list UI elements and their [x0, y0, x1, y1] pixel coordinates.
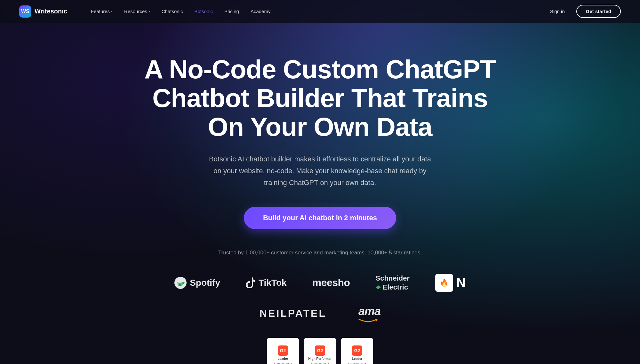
nav-resources[interactable]: Resources ▾ — [120, 6, 155, 17]
meesho-text: meesho — [312, 277, 350, 289]
nav-chatsonic[interactable]: Chatsonic — [157, 6, 188, 17]
g2-season-2: Summer 2023 — [311, 362, 329, 364]
amazon-logo: ama — [358, 305, 380, 322]
schneider-name: Schneider — [376, 274, 410, 283]
spotify-logo: Spotify — [174, 277, 220, 289]
hero-section: A No-Code Custom ChatGPT Chatbot Builder… — [0, 23, 640, 364]
tiktok-name: TikTok — [259, 278, 287, 288]
get-started-button[interactable]: Get started — [576, 5, 621, 18]
logo-initials: WS — [21, 9, 29, 14]
g2-badge-3: G2 Leader Summer 2023 — [341, 338, 373, 364]
spotify-icon — [174, 277, 187, 289]
g2-badge-2: G2 High Performer Summer 2023 — [304, 338, 336, 364]
amazon-smile-icon — [358, 318, 378, 322]
tiktok-logo: TikTok — [246, 277, 287, 288]
logo-icon: WS — [19, 5, 31, 18]
brand-logos-row1: Spotify TikTok meesho Schneider Electric — [96, 274, 544, 292]
chevron-down-icon: ▾ — [111, 10, 113, 13]
nav-pricing[interactable]: Pricing — [220, 6, 244, 17]
n-logo-box: 🔥 — [435, 274, 453, 292]
navbar: WS Writesonic Features ▾ Resources ▾ Cha… — [0, 0, 640, 23]
schneider-electric: Electric — [383, 283, 408, 291]
meesho-logo: meesho — [312, 277, 350, 289]
signin-button[interactable]: Sign in — [545, 6, 570, 17]
spotify-name: Spotify — [190, 278, 220, 288]
tiktok-icon — [246, 277, 255, 288]
n-brand-group: 🔥 N — [435, 274, 466, 292]
g2-label-3: Leader — [352, 357, 363, 361]
chevron-down-icon: ▾ — [148, 10, 150, 13]
nav-academy[interactable]: Academy — [246, 6, 275, 17]
logo-text: Writesonic — [35, 8, 67, 15]
nav-features[interactable]: Features ▾ — [86, 6, 117, 17]
cta-button[interactable]: Build your AI chatbot in 2 minutes — [244, 207, 396, 229]
g2-badge-1: G2 Leader Summer 2023 — [267, 338, 299, 364]
g2-label-2: High Performer — [308, 357, 332, 361]
g2-logo-3: G2 — [352, 345, 362, 356]
g2-badges-row: G2 Leader Summer 2023 G2 High Performer … — [267, 338, 373, 364]
nav-right: Sign in Get started — [545, 5, 621, 18]
neilpatel-logo: NEILPATEL — [260, 307, 326, 319]
g2-season-1: Summer 2023 — [274, 362, 292, 364]
hero-subtitle: Botsonic AI chatbot builder makes it eff… — [205, 153, 435, 189]
g2-season-3: Summer 2023 — [348, 362, 366, 364]
schneider-logo: Schneider Electric — [376, 274, 410, 291]
nav-botsonic[interactable]: Botsonic — [190, 6, 217, 17]
trust-text: Trusted by 1,00,000+ customer service an… — [218, 250, 422, 256]
amazon-text: ama — [358, 305, 380, 318]
flame-icon: 🔥 — [440, 279, 448, 287]
brand-logos-row2: NEILPATEL ama — [96, 305, 544, 322]
schneider-icon — [376, 285, 381, 289]
g2-label-1: Leader — [278, 357, 288, 361]
g2-logo-1: G2 — [278, 345, 288, 356]
hero-title: A No-Code Custom ChatGPT Chatbot Builder… — [144, 55, 496, 142]
nav-links: Features ▾ Resources ▾ Chatsonic Botsoni… — [86, 6, 545, 17]
logo-link[interactable]: WS Writesonic — [19, 5, 67, 18]
neilpatel-text: NEILPATEL — [260, 307, 326, 319]
g2-logo-2: G2 — [315, 345, 325, 356]
n-letter: N — [456, 275, 466, 290]
